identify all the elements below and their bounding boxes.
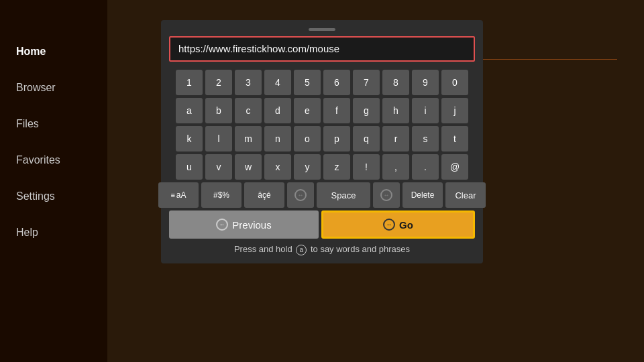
key-m[interactable]: m [235,126,262,152]
numbers-row: 1 2 3 4 5 6 7 8 9 0 [169,70,475,95]
key-s[interactable]: s [412,126,439,152]
keyboard-overlay: 1 2 3 4 5 6 7 8 9 0 a b c d e f g h i j … [161,20,483,263]
key-accent[interactable]: äçé [244,182,284,208]
key-x[interactable]: x [264,154,291,180]
key-t[interactable]: t [441,126,468,152]
sidebar-item-favorites[interactable]: Favorites [0,142,107,178]
url-input[interactable] [178,43,466,54]
key-space-icon[interactable]: ↔ [287,182,314,208]
sidebar-item-files[interactable]: Files [0,106,107,142]
key-f[interactable]: f [323,98,350,123]
key-7[interactable]: 7 [353,70,380,95]
key-q[interactable]: q [353,126,380,152]
key-hashbang[interactable]: #$% [201,182,241,208]
key-4[interactable]: 4 [264,70,291,95]
key-y[interactable]: y [294,154,321,180]
key-2[interactable]: 2 [205,70,232,95]
sidebar: Home Browser Files Favorites Settings He… [0,0,107,362]
key-g[interactable]: g [353,98,380,123]
key-6[interactable]: 6 [323,70,350,95]
action-row: ← Previous ↔ Go [169,210,475,239]
key-delete-icon[interactable]: ↔ [373,182,400,208]
key-o[interactable]: o [294,126,321,152]
sidebar-item-browser[interactable]: Browser [0,70,107,106]
key-9[interactable]: 9 [412,70,439,95]
key-j[interactable]: j [441,98,468,123]
key-delete[interactable]: Delete [402,182,443,208]
key-z[interactable]: z [323,154,350,180]
key-period[interactable]: . [412,154,439,180]
row-k-t: k l m n o p q r s t [169,126,475,152]
key-e[interactable]: e [294,98,321,123]
key-8[interactable]: 8 [382,70,409,95]
key-clear[interactable]: Clear [445,182,486,208]
url-input-wrapper[interactable] [169,36,475,62]
row-u-at: u v w x y z ! , . @ [169,154,475,180]
key-c[interactable]: c [235,98,262,123]
key-b[interactable]: b [205,98,232,123]
previous-button[interactable]: ← Previous [169,210,319,239]
go-button[interactable]: ↔ Go [321,210,475,239]
key-p[interactable]: p [323,126,350,152]
previous-icon: ← [216,219,228,231]
key-n[interactable]: n [264,126,291,152]
key-l[interactable]: l [205,126,232,152]
sidebar-item-help[interactable]: Help [0,215,107,251]
key-h[interactable]: h [382,98,409,123]
key-5[interactable]: 5 [294,70,321,95]
special-row: ≡ aA #$% äçé ↔ Space ↔ Delete Clear [169,182,475,208]
key-a[interactable]: a [176,98,203,123]
sidebar-item-home[interactable]: Home [0,34,107,70]
key-3[interactable]: 3 [235,70,262,95]
hint-text: Press and hold a to say words and phrase… [169,244,475,255]
drag-handle [309,28,335,31]
key-r[interactable]: r [382,126,409,152]
key-0[interactable]: 0 [441,70,468,95]
sidebar-item-settings[interactable]: Settings [0,178,107,215]
hint-circle-icon: a [296,245,307,255]
key-d[interactable]: d [264,98,291,123]
key-comma[interactable]: , [382,154,409,180]
go-icon: ↔ [383,219,395,231]
key-1[interactable]: 1 [176,70,203,95]
key-at[interactable]: @ [441,154,468,180]
key-v[interactable]: v [205,154,232,180]
key-aA[interactable]: ≡ aA [158,182,199,208]
key-w[interactable]: w [235,154,262,180]
key-exclaim[interactable]: ! [353,154,380,180]
row-a-j: a b c d e f g h i j [169,98,475,123]
key-i[interactable]: i [412,98,439,123]
key-u[interactable]: u [176,154,203,180]
key-space[interactable]: Space [317,182,370,208]
keyboard: 1 2 3 4 5 6 7 8 9 0 a b c d e f g h i j … [169,70,475,208]
key-k[interactable]: k [176,126,203,152]
